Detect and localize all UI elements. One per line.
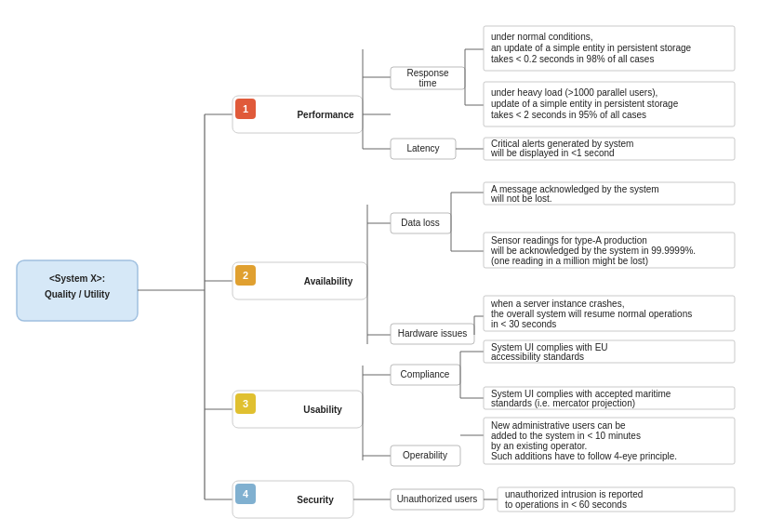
leaf-1-1-1-text3: takes < 0.2 seconds in 98% of all cases [491, 54, 654, 64]
usability-label: Usability [303, 405, 342, 415]
hw-leaf-text2: the overall system will resume normal op… [491, 309, 692, 319]
performance-number: 1 [243, 103, 248, 114]
response-time-label: Response [406, 68, 448, 78]
unauth-label: Unauthorized users [397, 494, 478, 504]
availability-label: Availability [304, 276, 353, 286]
oper-leaf-text1: New administrative users can be [491, 420, 626, 431]
root-label-line2: Quality / Utility [45, 289, 110, 299]
mindmap: <System X>: Quality / Utility 1 Performa… [0, 0, 757, 532]
operability-label: Operability [403, 450, 447, 460]
security-number: 4 [243, 488, 249, 499]
usability-number: 3 [243, 398, 248, 409]
dataloss-label: Data loss [401, 218, 440, 228]
leaf-1-1-1-text: under normal conditions, [491, 32, 593, 42]
latency-leaf-text2: will be displayed in <1 second [490, 148, 615, 158]
dl-leaf2-text1: Sensor readings for type-A production [491, 235, 647, 246]
leaf-1-1-1-text2: an update of a simple entity in persiste… [491, 43, 692, 53]
hw-leaf-text1: when a server instance crashes, [490, 299, 624, 309]
dl-leaf2-text2: will be acknowledged by the system in 99… [490, 246, 696, 256]
comp-leaf2-text2: standards (i.e. mercator projection) [491, 398, 635, 408]
root-label-line1: <System X>: [49, 273, 105, 284]
dl-leaf2-text3: (one reading in a million might be lost) [491, 256, 648, 266]
latency-label: Latency [406, 143, 439, 153]
unauth-leaf-text2: to operations in < 60 seconds [505, 499, 627, 510]
availability-number: 2 [243, 270, 248, 281]
hw-label: Hardware issues [398, 328, 467, 339]
unauth-leaf-text1: unauthorized intrusion is reported [505, 489, 643, 499]
response-time-label2: time [419, 78, 437, 88]
oper-leaf-text3: by an existing operator. [491, 441, 587, 451]
comp-leaf1-text2: accessibility standards [491, 352, 584, 362]
compliance-label: Compliance [401, 369, 450, 379]
leaf-1-1-2-text1: under heavy load (>1000 parallel users), [491, 87, 657, 98]
leaf-1-1-2-text3: takes < 2 seconds in 95% of all cases [491, 110, 646, 120]
leaf-1-1-2-text2: update of a simple entity in persistent … [491, 99, 679, 109]
performance-label: Performance [297, 110, 354, 120]
oper-leaf-text4: Such additions have to follow 4-eye prin… [491, 451, 677, 461]
dl-leaf1-text2: will not be lost. [490, 193, 552, 204]
security-label: Security [297, 495, 334, 505]
hw-leaf-text3: in < 30 seconds [491, 319, 556, 329]
oper-leaf-text2: added to the system in < 10 minutes [491, 431, 641, 441]
